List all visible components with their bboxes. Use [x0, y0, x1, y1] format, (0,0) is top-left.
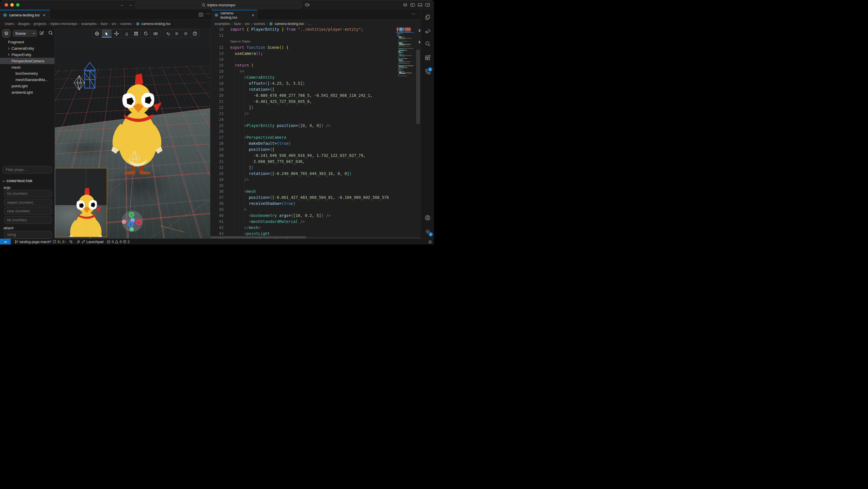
codelens-open-in-triplex[interactable]: Open in Triplex — [210, 38, 420, 45]
warnings-count: 0 — [120, 240, 122, 244]
filter-props-input[interactable] — [3, 166, 52, 174]
account-icon[interactable] — [425, 214, 431, 221]
tree-item-boxgeometry[interactable]: boxGeometry — [0, 70, 55, 77]
scene-selector-dropdown[interactable]: Scene — [12, 30, 37, 37]
git-graph-button[interactable] — [67, 239, 74, 245]
tree-item-pointlight[interactable]: pointLight — [0, 83, 55, 89]
code-line-17: 17 <CameraEntity — [210, 75, 420, 81]
breadcrumb-item[interactable]: src — [112, 22, 116, 26]
attach-input[interactable] — [4, 231, 52, 238]
code-line-25: 25 <PlayerEntity position={[0, 0, 0]} /> — [210, 123, 420, 129]
tree-item-perspectivecamera[interactable]: PerspectiveCamera — [0, 58, 55, 64]
night-mode-icon[interactable] — [141, 30, 151, 38]
code-editor[interactable]: 10import { PlayerEntity } from "../entit… — [210, 28, 420, 238]
chevron-right-icon[interactable] — [7, 54, 11, 55]
search-icon[interactable] — [425, 41, 431, 47]
breadcrumb-item[interactable]: scenes — [120, 22, 132, 26]
problems-status[interactable]: 0 0 2 — [105, 239, 131, 245]
rotate-tool-icon[interactable] — [121, 30, 131, 38]
editor-actions-more-icon[interactable]: ⋯ — [411, 11, 415, 17]
horizontal-scrollbar[interactable] — [210, 236, 306, 238]
3d-viewport[interactable]: Y X Z — [55, 28, 210, 238]
tree-item-playerentity[interactable]: PlayerEntity — [0, 52, 55, 58]
branch-status[interactable]: landing-page-march* 0↓ 2↑ — [13, 239, 67, 245]
tree-item-mesh[interactable]: mesh — [0, 64, 55, 70]
breadcrumb-more[interactable]: … — [308, 22, 312, 26]
remote-indicator[interactable]: >< — [0, 239, 11, 245]
split-editor-icon[interactable] — [198, 12, 203, 18]
point-light-gizmo[interactable] — [127, 150, 143, 167]
breadcrumb-item[interactable]: faze — [234, 22, 241, 26]
code-line-35: 35 — [210, 183, 420, 189]
breadcrumb-item[interactable]: scenes — [254, 22, 265, 26]
breadcrumb-separator: › — [118, 22, 119, 26]
toggle-panel-icon[interactable] — [417, 3, 423, 8]
orientation-gizmo[interactable]: Y X Z — [121, 210, 144, 233]
breadcrumb-file[interactable]: camera-testing.tsx — [274, 22, 304, 26]
tree-item-label: PlayerEntity — [11, 53, 31, 57]
toggle-secondary-sidebar-icon[interactable] — [425, 3, 430, 8]
camera-frustum-icon[interactable] — [151, 30, 160, 38]
tree-item-meshstandardma[interactable]: meshStandardMa... — [0, 77, 55, 83]
tab-camera-testing-left[interactable]: camera-testing.tsx × — [0, 10, 50, 20]
far-input[interactable] — [4, 217, 52, 224]
customize-layout-icon[interactable] — [403, 3, 408, 8]
breadcrumb-item[interactable]: examples — [81, 22, 97, 26]
info-count: 2 — [128, 240, 130, 244]
copilot-icon[interactable] — [305, 3, 310, 8]
globe-icon[interactable] — [92, 30, 102, 38]
zoom-window-button[interactable] — [16, 3, 20, 7]
close-tab-icon[interactable]: × — [252, 12, 254, 18]
axis-neg-y[interactable] — [130, 227, 134, 232]
tree-item-ambientlight[interactable]: ambientLight — [0, 89, 55, 95]
breadcrumb-item[interactable]: src — [245, 22, 250, 26]
tree-item-fragment[interactable]: Fragment — [0, 39, 55, 46]
axis-neg-x[interactable] — [122, 220, 126, 224]
breadcrumb[interactable]: Users›douges›projects›triplex-monorepo›e… — [0, 20, 210, 28]
light-gizmo[interactable] — [73, 75, 85, 90]
close-tab-icon[interactable]: × — [43, 12, 45, 18]
breadcrumb-item[interactable]: douges — [18, 22, 30, 26]
explorer-icon[interactable] — [425, 14, 431, 20]
toggle-primary-sidebar-icon[interactable] — [410, 3, 415, 8]
undo-icon[interactable] — [164, 30, 173, 38]
translate-tool-icon[interactable] — [112, 30, 121, 38]
help-icon[interactable] — [190, 30, 199, 38]
breadcrumb-item[interactable]: examples — [215, 22, 230, 26]
select-tool-icon[interactable] — [102, 30, 112, 38]
tab-camera-testing-right[interactable]: camera-testing.tsx × — [212, 10, 257, 20]
launchpad-button[interactable]: Launchpad — [74, 239, 105, 245]
fov-input[interactable] — [4, 190, 52, 197]
tree-item-cameraentity[interactable]: CameraEntity — [0, 46, 55, 52]
breadcrumb-item[interactable]: faze — [101, 22, 107, 26]
close-window-button[interactable] — [5, 3, 8, 7]
constructor-section-header[interactable]: CONSTRUCTOR — [3, 179, 32, 183]
breadcrumb-file[interactable]: camera-testing.tsx — [141, 22, 170, 26]
vertical-scrollbar[interactable] — [416, 50, 420, 124]
minimize-window-button[interactable] — [10, 3, 14, 7]
aspect-input[interactable] — [4, 199, 52, 206]
breadcrumb-item[interactable]: triplex-monorepo — [50, 22, 77, 26]
breadcrumb-separator: › — [98, 22, 99, 26]
chevron-right-icon[interactable] — [7, 48, 11, 50]
command-center-search[interactable]: triplex-monorepo — [135, 2, 302, 8]
layers-button[interactable] — [2, 29, 10, 37]
editor-actions-more-icon[interactable]: ⋯ — [206, 11, 210, 17]
breadcrumb-item[interactable]: projects — [34, 22, 46, 26]
play-icon[interactable] — [173, 30, 181, 38]
notifications-bell-icon[interactable] — [428, 240, 432, 244]
edit-scene-icon[interactable] — [39, 30, 44, 36]
back-button[interactable]: ← — [119, 2, 125, 7]
near-input[interactable] — [4, 207, 52, 215]
forward-button[interactable]: → — [127, 2, 133, 7]
settings-icon[interactable] — [181, 30, 190, 38]
run-debug-icon[interactable] — [425, 28, 431, 34]
code-line-37: 37 position={[-0.061_427_483_068_584_81,… — [210, 195, 420, 201]
scale-tool-icon[interactable] — [131, 30, 141, 38]
breadcrumb-item[interactable]: Users — [5, 22, 14, 26]
hierarchy-icon[interactable] — [425, 68, 431, 75]
search-scene-icon[interactable] — [48, 30, 53, 35]
branch-name: landing-page-march* — [20, 240, 51, 244]
breadcrumb[interactable]: examples›faze›src›scenes›camera-testing.… — [210, 20, 420, 28]
extensions-icon[interactable] — [425, 55, 431, 61]
